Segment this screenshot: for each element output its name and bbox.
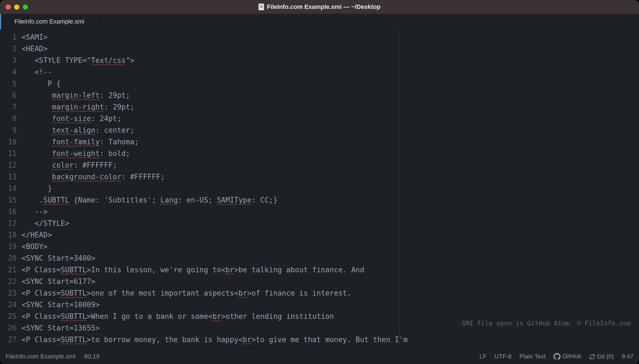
code-line[interactable]: <SAMI> bbox=[22, 31, 639, 43]
line-number: 12 bbox=[0, 159, 17, 171]
line-number: 17 bbox=[0, 217, 17, 229]
code-line[interactable]: </STYLE> bbox=[22, 217, 639, 229]
line-number: 23 bbox=[0, 287, 17, 299]
status-bar: FileInfo.com Example.smi 80:19 LF UTF-8 … bbox=[0, 348, 639, 364]
code-line[interactable]: font-size: 24pt; bbox=[22, 113, 639, 124]
line-number: 20 bbox=[0, 252, 17, 264]
window-title-group: FileInfo.com Example.smi — ~/Desktop bbox=[259, 3, 380, 11]
minimize-icon[interactable] bbox=[14, 4, 19, 10]
line-number: 15 bbox=[0, 194, 17, 206]
code-line[interactable]: <SYNC Start=10009> bbox=[22, 299, 639, 311]
github-icon bbox=[553, 353, 561, 360]
line-number: 7 bbox=[0, 101, 17, 113]
code-line[interactable]: <SYNC Start=3400> bbox=[22, 252, 639, 264]
code-line[interactable]: color: #FFFFFF; bbox=[22, 159, 639, 171]
tab-file[interactable]: FileInfo.com Example.smi bbox=[0, 14, 99, 29]
status-time: 9:47 bbox=[622, 353, 633, 360]
line-number: 5 bbox=[0, 78, 17, 89]
line-number: 2 bbox=[0, 43, 17, 55]
line-number: 24 bbox=[0, 299, 17, 311]
code-line[interactable]: </HEAD> bbox=[22, 229, 639, 241]
status-git-label: Git (0) bbox=[597, 353, 614, 360]
line-number: 25 bbox=[0, 311, 17, 322]
window-controls bbox=[6, 4, 28, 10]
line-number: 4 bbox=[0, 66, 17, 78]
code-line[interactable]: font-weight: bold; bbox=[22, 148, 639, 159]
code-line[interactable]: <STYLE TYPE="Text/css"> bbox=[22, 55, 639, 66]
window-title: FileInfo.com Example.smi — ~/Desktop bbox=[267, 3, 380, 11]
status-grammar[interactable]: Plain Text bbox=[519, 353, 546, 360]
file-icon bbox=[259, 4, 264, 10]
code-line[interactable]: margin-left: 29pt; bbox=[22, 89, 639, 101]
line-number: 16 bbox=[0, 206, 17, 217]
code-line[interactable]: text-align: center; bbox=[22, 124, 639, 136]
code-line[interactable]: <BODY> bbox=[22, 241, 639, 252]
code-line[interactable]: P { bbox=[22, 78, 639, 89]
status-github[interactable]: GitHub bbox=[553, 353, 581, 360]
line-number: 8 bbox=[0, 113, 17, 124]
status-cursor[interactable]: 80:19 bbox=[84, 353, 99, 360]
code-line[interactable]: font-family: Tahoma; bbox=[22, 136, 639, 148]
line-number: 14 bbox=[0, 183, 17, 194]
code-content[interactable]: <SAMI><HEAD> <STYLE TYPE="Text/css"> <!-… bbox=[22, 30, 639, 348]
sync-icon bbox=[589, 354, 595, 360]
status-line-ending[interactable]: LF bbox=[479, 353, 487, 360]
code-line[interactable]: <P Class=SUBTTL>In this lesson, we're go… bbox=[22, 264, 639, 276]
line-number: 21 bbox=[0, 264, 17, 276]
code-line[interactable]: background-color: #FFFFFF; bbox=[22, 171, 639, 183]
maximize-icon[interactable] bbox=[23, 4, 28, 10]
code-line[interactable]: <P Class=SUBTTL>one of the most importan… bbox=[22, 287, 639, 299]
code-line[interactable]: <HEAD> bbox=[22, 43, 639, 55]
status-github-label: GitHub bbox=[562, 353, 581, 360]
code-line[interactable]: <!-- bbox=[22, 66, 639, 78]
status-encoding[interactable]: UTF-8 bbox=[494, 353, 512, 360]
tab-bar: FileInfo.com Example.smi bbox=[0, 14, 639, 30]
code-line[interactable]: <P Class=SUBTTL>to borrow money, the ban… bbox=[22, 334, 639, 345]
line-number: 26 bbox=[0, 322, 17, 334]
editor-window: FileInfo.com Example.smi — ~/Desktop Fil… bbox=[0, 0, 639, 364]
line-number: 6 bbox=[0, 89, 17, 101]
line-number: 3 bbox=[0, 55, 17, 66]
code-line[interactable]: margin-right: 29pt; bbox=[22, 101, 639, 113]
status-filename[interactable]: FileInfo.com Example.smi bbox=[6, 353, 75, 360]
line-number: 11 bbox=[0, 148, 17, 159]
watermark-text: .SMI file open in GitHub Atom. © FileInf… bbox=[458, 317, 631, 329]
line-number: 9 bbox=[0, 124, 17, 136]
code-line[interactable]: <SYNC Start=6177> bbox=[22, 276, 639, 287]
line-number: 19 bbox=[0, 241, 17, 252]
status-git[interactable]: Git (0) bbox=[589, 353, 614, 360]
tab-label: FileInfo.com Example.smi bbox=[14, 18, 84, 25]
line-number: 18 bbox=[0, 229, 17, 241]
code-line[interactable]: --> bbox=[22, 206, 639, 217]
editor-area[interactable]: 1234567891011121314151617181920212223242… bbox=[0, 30, 639, 348]
code-line[interactable]: } bbox=[22, 183, 639, 194]
titlebar[interactable]: FileInfo.com Example.smi — ~/Desktop bbox=[0, 0, 639, 14]
line-number: 22 bbox=[0, 276, 17, 287]
wrap-guide bbox=[399, 30, 400, 348]
line-number: 27 bbox=[0, 334, 17, 345]
code-line[interactable]: .SUBTTL {Name: 'Subtitles'; Lang: en-US;… bbox=[22, 194, 639, 206]
line-number: 10 bbox=[0, 136, 17, 148]
line-gutter: 1234567891011121314151617181920212223242… bbox=[0, 30, 22, 348]
line-number: 13 bbox=[0, 171, 17, 183]
line-number: 1 bbox=[0, 31, 17, 43]
close-icon[interactable] bbox=[6, 4, 11, 10]
